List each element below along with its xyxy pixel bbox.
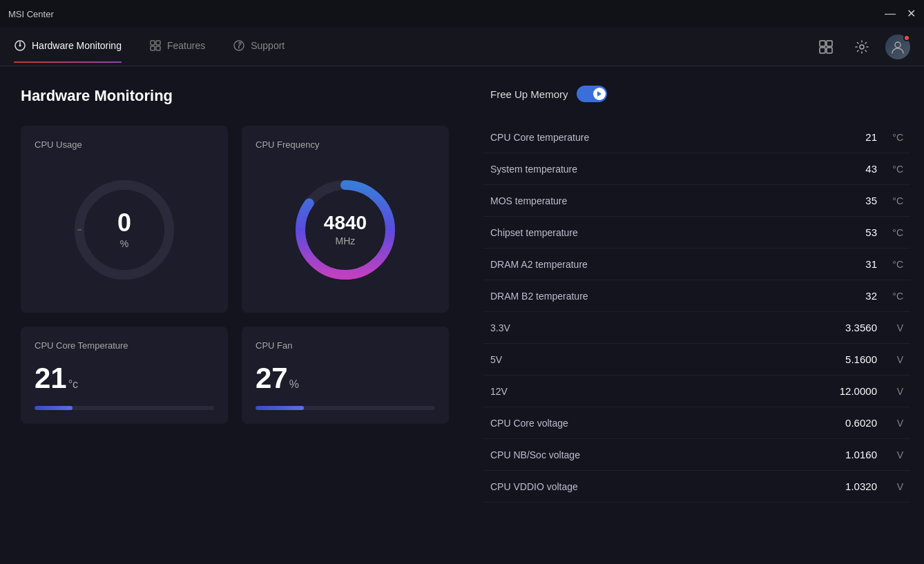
sensor-value: 35: [822, 195, 877, 206]
sensor-unit: °C: [883, 227, 903, 238]
cpu-fan-display: 27 %: [256, 362, 435, 395]
sensor-row: System temperature43°C: [483, 153, 910, 185]
svg-rect-10: [827, 48, 832, 53]
sensor-unit: V: [883, 481, 903, 492]
sensor-row: 12V12.0000V: [483, 376, 910, 407]
cpu-frequency-gauge: 4840 MHz: [256, 161, 435, 299]
sensor-unit: °C: [883, 291, 903, 302]
cpu-frequency-center: 4840 MHz: [324, 213, 367, 246]
cpu-frequency-widget: CPU Frequency: [242, 126, 449, 313]
support-icon: [233, 39, 245, 52]
close-button[interactable]: ✕: [907, 8, 916, 19]
sensor-value: 12.0000: [822, 385, 877, 397]
sensor-row: DRAM B2 temperature32°C: [483, 280, 910, 312]
svg-rect-9: [820, 48, 825, 53]
sensor-value: 1.0160: [822, 449, 877, 460]
cpu-frequency-gauge-wrapper: 4840 MHz: [290, 175, 401, 285]
sensor-value: 3.3560: [822, 322, 877, 333]
sensor-unit: V: [883, 449, 903, 460]
tab-support[interactable]: Support: [233, 39, 285, 55]
sensor-name: CPU Core voltage: [490, 418, 822, 429]
svg-rect-7: [820, 41, 825, 46]
sensor-unit: V: [883, 354, 903, 365]
avatar[interactable]: [885, 35, 910, 59]
main-content: Hardware Monitoring CPU Usage: [0, 66, 924, 564]
sensor-row: 5V5.1600V: [483, 344, 910, 376]
free-memory-label: Free Up Memory: [490, 88, 568, 100]
sensor-unit: V: [883, 418, 903, 429]
sensor-name: 5V: [490, 354, 822, 365]
sensor-name: CPU Core temperature: [490, 132, 822, 143]
sensor-unit: V: [883, 322, 903, 333]
free-memory-toggle[interactable]: [577, 86, 607, 102]
sensor-row: CPU NB/Soc voltage1.0160V: [483, 439, 910, 471]
sensor-name: CPU NB/Soc voltage: [490, 449, 822, 460]
sensor-name: 3.3V: [490, 322, 822, 333]
cpu-usage-gauge-wrapper: 0 %: [69, 175, 180, 285]
cpu-usage-widget: CPU Usage 0 %: [21, 126, 228, 313]
sensor-row: CPU Core voltage0.6020V: [483, 407, 910, 439]
sensor-value: 21: [822, 131, 877, 143]
sensor-value: 53: [822, 226, 877, 238]
tab-support-label: Support: [251, 40, 285, 51]
sensor-row: CPU VDDIO voltage1.0320V: [483, 471, 910, 503]
minimize-button[interactable]: —: [885, 8, 896, 19]
toggle-arrow-icon: [597, 91, 601, 97]
sensor-value: 1.0320: [822, 480, 877, 492]
sensor-row: 3.3V3.3560V: [483, 312, 910, 344]
cpu-usage-unit: %: [117, 238, 131, 249]
tab-features-label: Features: [167, 40, 205, 51]
sensor-value: 31: [822, 258, 877, 270]
sensor-value: 0.6020: [822, 417, 877, 429]
cpu-fan-track: [256, 406, 435, 410]
sensor-name: 12V: [490, 386, 822, 397]
cpu-usage-center: 0 %: [117, 211, 131, 249]
right-panel: Free Up Memory CPU Core temperature21°CS…: [470, 66, 924, 564]
svg-point-11: [860, 45, 864, 49]
tab-hardware-monitoring-label: Hardware Monitoring: [32, 40, 122, 51]
sensor-value: 43: [822, 163, 877, 175]
sensor-name: CPU VDDIO voltage: [490, 481, 822, 492]
nav-items: Hardware Monitoring Features: [14, 39, 285, 55]
sensor-unit: V: [883, 386, 903, 397]
settings-button[interactable]: [849, 35, 874, 59]
svg-point-1: [19, 44, 21, 46]
cpu-usage-value: 0: [117, 211, 131, 235]
sensor-value: 32: [822, 290, 877, 302]
tab-hardware-monitoring[interactable]: Hardware Monitoring: [14, 39, 122, 55]
sensor-list: CPU Core temperature21°CSystem temperatu…: [483, 121, 910, 503]
sensor-row: DRAM A2 temperature31°C: [483, 249, 910, 280]
sensor-unit: °C: [883, 259, 903, 270]
sensor-name: DRAM A2 temperature: [490, 259, 822, 270]
sensor-unit: °C: [883, 195, 903, 206]
free-memory-header: Free Up Memory: [483, 80, 910, 108]
cpu-fan-value: 27: [256, 362, 288, 395]
app-title: MSI Center: [8, 9, 54, 19]
sensor-row: Chipset temperature53°C: [483, 217, 910, 249]
widgets-grid: CPU Usage 0 %: [21, 126, 449, 424]
svg-rect-3: [156, 41, 160, 45]
svg-point-12: [895, 42, 901, 48]
titlebar: MSI Center — ✕: [0, 0, 924, 28]
cpu-temp-unit: °c: [68, 378, 78, 391]
toggle-knob: [593, 88, 606, 100]
svg-rect-8: [827, 41, 832, 46]
cpu-temp-label: CPU Core Temperature: [35, 340, 214, 351]
sensor-unit: °C: [883, 164, 903, 175]
svg-rect-2: [151, 41, 155, 45]
cpu-fan-unit: %: [289, 378, 299, 391]
cpu-temp-track: [35, 406, 214, 410]
cpu-usage-label: CPU Usage: [35, 139, 214, 150]
cpu-fan-fill: [256, 406, 304, 410]
cpu-frequency-label: CPU Frequency: [256, 139, 435, 150]
nav-right: [814, 35, 910, 59]
sensor-unit: °C: [883, 132, 903, 143]
titlebar-controls: — ✕: [885, 8, 916, 19]
svg-rect-4: [151, 46, 155, 50]
grid-view-button[interactable]: [814, 35, 838, 59]
cpu-temp-widget: CPU Core Temperature 21 °c: [21, 327, 228, 424]
page-title: Hardware Monitoring: [21, 87, 449, 105]
sensor-name: DRAM B2 temperature: [490, 291, 822, 302]
tab-features[interactable]: Features: [149, 39, 205, 55]
sensor-name: System temperature: [490, 164, 822, 175]
